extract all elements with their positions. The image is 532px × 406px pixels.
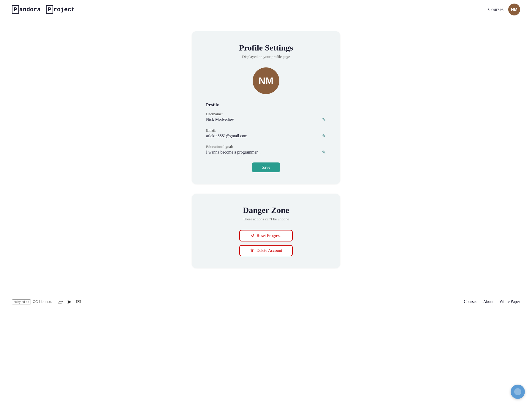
email-field-row: Email: arlekin8881@gmail.com ✎ — [206, 128, 326, 139]
nav-avatar[interactable]: NM — [508, 4, 520, 15]
nav-right: Courses NM — [488, 4, 520, 15]
email-icon[interactable]: ✉ — [76, 298, 81, 305]
footer-whitepaper-link[interactable]: White Paper — [499, 299, 520, 304]
profile-section: Profile Username: Nick Medvediev ✎ Email… — [206, 102, 326, 155]
username-edit-icon[interactable]: ✎ — [322, 117, 326, 122]
telegram-icon[interactable]: ➤ — [67, 298, 72, 305]
goal-edit-icon[interactable]: ✎ — [322, 150, 326, 155]
goal-value: I wanna become a programmer... — [206, 149, 261, 155]
danger-card-title: Danger Zone — [206, 206, 326, 215]
username-field-row: Username: Nick Medvediev ✎ — [206, 112, 326, 123]
cc-badge: cc by-nd-nd CC License. — [12, 299, 52, 304]
danger-zone-card: Danger Zone These actions can't be undon… — [192, 194, 340, 268]
email-edit-icon[interactable]: ✎ — [322, 133, 326, 139]
profile-settings-card: Profile Settings Displayed on your profi… — [192, 31, 340, 184]
discord-icon[interactable]: ▱ — [58, 298, 63, 305]
save-button[interactable]: Save — [252, 162, 280, 172]
navbar: Pandora Project Courses NM — [0, 0, 532, 19]
cc-box: cc by-nd-nd — [12, 299, 31, 304]
footer-courses-link[interactable]: Courses — [464, 299, 477, 304]
reset-label: Reset Progress — [257, 233, 281, 238]
goal-value-row: I wanna become a programmer... ✎ — [206, 149, 326, 155]
trash-icon: 🗑 — [250, 248, 254, 253]
footer: cc by-nd-nd CC License. ▱ ➤ ✉ Courses Ab… — [0, 292, 532, 311]
reset-icon: ↺ — [251, 233, 254, 238]
profile-avatar[interactable]: NM — [253, 67, 279, 94]
logo-pr-icon: P — [46, 5, 53, 14]
logo-p-icon: P — [12, 5, 19, 14]
cc-label: CC License. — [33, 300, 52, 304]
chat-bubble-inner — [514, 388, 521, 395]
delete-account-button[interactable]: 🗑 Delete Account — [239, 245, 293, 256]
goal-field-row: Educational goal: I wanna become a progr… — [206, 144, 326, 155]
logo: Pandora Project — [12, 5, 75, 14]
username-value-row: Nick Medvediev ✎ — [206, 116, 326, 123]
logo-pandora: Pandora — [12, 5, 41, 14]
delete-label: Delete Account — [256, 248, 282, 253]
profile-card-subtitle: Displayed on your profile page — [206, 54, 326, 59]
profile-card-title: Profile Settings — [206, 43, 326, 53]
profile-section-label: Profile — [206, 102, 326, 108]
footer-right: Courses About White Paper — [464, 299, 520, 304]
email-label: Email: — [206, 128, 326, 133]
email-value-row: arlekin8881@gmail.com ✎ — [206, 133, 326, 139]
footer-icons: ▱ ➤ ✉ — [58, 298, 81, 305]
nav-courses-link[interactable]: Courses — [488, 7, 504, 12]
danger-card-subtitle: These actions can't be undone — [206, 217, 326, 222]
chat-bubble[interactable] — [511, 385, 525, 399]
main-content: Profile Settings Displayed on your profi… — [0, 19, 532, 292]
reset-progress-button[interactable]: ↺ Reset Progress — [239, 230, 293, 241]
logo-project: Project — [46, 5, 75, 14]
footer-about-link[interactable]: About — [483, 299, 493, 304]
goal-label: Educational goal: — [206, 144, 326, 149]
username-label: Username: — [206, 112, 326, 116]
username-value: Nick Medvediev — [206, 116, 234, 123]
footer-left: cc by-nd-nd CC License. ▱ ➤ ✉ — [12, 298, 81, 305]
email-value: arlekin8881@gmail.com — [206, 133, 247, 139]
